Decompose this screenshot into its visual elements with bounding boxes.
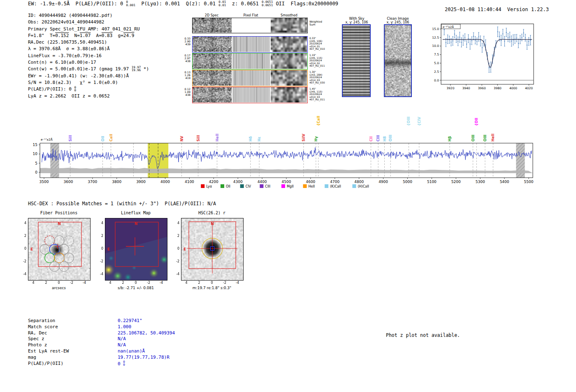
- tick-label: -2: [20, 260, 26, 263]
- emission-line-label: {CaII: [316, 116, 321, 126]
- info-line: S/N = 10.8(±2.3) χ² = 1.0(±0.0): [28, 79, 149, 86]
- legend-entry: MgII: [287, 185, 294, 188]
- detection-info-block: ID: 4090444982 (4090444982.pdf)Obs: 2022…: [28, 12, 149, 100]
- match-row-label: RA, Dec: [28, 330, 69, 336]
- fiber-id-labels: 0.33"(245, 106)20220624v014_01407_RU_010: [309, 37, 329, 51]
- info-line: LyA z = 2.2662 OII z = 0.0652: [28, 93, 149, 100]
- svg-text:4700: 4700: [330, 180, 339, 184]
- report-datetime: 2025-01-08 11:40:44: [445, 7, 501, 12]
- svg-text:5100: 5100: [427, 180, 437, 184]
- svg-text:4200: 4200: [209, 180, 218, 184]
- hsc-cutout-xlabel: m:19.7 re:1.8" s:0.3": [167, 286, 257, 290]
- hsc-cutout-canvas: [181, 218, 244, 281]
- lineflux-map-canvas: [105, 218, 167, 281]
- fiber-id-labels: 1.19"(245, 115)20220624v014_02407_RU_011: [309, 54, 329, 67]
- match-row-value: N/A: [118, 336, 175, 342]
- svg-text:5.0: 5.0: [434, 61, 439, 65]
- phot-z-note: Phot z plot not available.: [386, 332, 460, 338]
- svg-text:5000: 5000: [403, 180, 412, 184]
- tick-label: 2: [173, 234, 179, 238]
- svg-text:4000: 4000: [160, 180, 170, 184]
- legend-entry: CIV: [246, 185, 251, 188]
- emission-line-label: {OII: [474, 118, 478, 126]
- emission-line-label: OIII: [471, 135, 475, 141]
- emission-line-label: Hδ: [249, 136, 253, 141]
- match-row-value: 0 00: [118, 361, 175, 367]
- emission-line-label: CaII: [109, 134, 113, 141]
- tick-label: 4: [106, 281, 114, 285]
- match-row-value: 1.000: [118, 324, 175, 330]
- tick-label: 0: [20, 247, 26, 251]
- svg-text:0.0: 0.0: [434, 79, 439, 82]
- fiber-positions-title: Fiber Positions: [28, 211, 90, 215]
- spec2d-header-smoothed: Smoothed: [270, 14, 308, 17]
- tick-label: 2: [97, 234, 103, 238]
- match-row-label: Spec z: [28, 336, 69, 342]
- spec2d-fiber-row: [192, 53, 308, 70]
- legend-entry: (K)CaII: [330, 185, 341, 188]
- svg-text:3960: 3960: [478, 86, 486, 90]
- tick-label: 4: [20, 221, 26, 225]
- svg-text:e⁻¹⁷x2Å: e⁻¹⁷x2Å: [41, 138, 53, 141]
- fiber-id-labels: 1.30"(243, 284)20220624v014_03407_RU_030: [309, 71, 329, 84]
- match-table-labels: SeparationMatch scoreRA, DecSpec zPhoto …: [28, 318, 69, 366]
- emission-line-label: SiII: [196, 135, 200, 141]
- emission-line-label: OIII: [388, 135, 393, 141]
- info-line: Obs: 20220624v014_4090444982: [28, 19, 149, 26]
- emission-line-label: SiII: [68, 135, 72, 141]
- match-row-value: 225.106782, 50.409394: [118, 330, 175, 336]
- tick-label: -4: [97, 272, 103, 276]
- svg-text:5200: 5200: [451, 180, 461, 184]
- fiber-id-labels: 1.45"(245, 115)20220624v014_03407_RU_011: [309, 88, 329, 101]
- emission-line-label: CIII: [376, 135, 380, 141]
- svg-text:4100: 4100: [185, 180, 194, 184]
- tick-label: 0: [208, 281, 216, 285]
- hsc-cutout-panel: [181, 218, 244, 281]
- fiber-positions-canvas: [28, 218, 91, 281]
- header-timestamp-version: 2025-01-08 11:40:44 Version 1.22.3: [433, 1, 549, 18]
- info-line: ID: 4090444982 (4090444982.pdf): [28, 12, 149, 19]
- legend-entry: Lyα: [206, 185, 212, 188]
- svg-text:4000: 4000: [509, 86, 517, 90]
- tick-label: 0: [173, 247, 179, 251]
- legend-entry: (H)CaII: [358, 185, 369, 188]
- with-sky-canvas: [343, 25, 370, 96]
- tick-label: -4: [20, 272, 26, 276]
- info-line: Cont(n) = 6.10(±0.00)e-17: [28, 59, 149, 66]
- with-sky-coords: x, y: 245, 106: [337, 21, 376, 24]
- fiber-positions-panel: [28, 218, 91, 281]
- emission-line-label: NV: [180, 136, 184, 141]
- legend-entry: HeII: [309, 185, 315, 188]
- spec2d-fiber-row: [192, 36, 308, 53]
- match-row-label: Est LyA rest-EW: [28, 348, 69, 355]
- emission-line-label: Hε: [257, 137, 261, 141]
- legend-entry: OII: [226, 185, 230, 188]
- match-row-label: Photo z: [28, 342, 69, 348]
- tick-label: -2: [173, 260, 179, 263]
- tick-label: -4: [157, 281, 165, 285]
- emission-line-label: {CIV: [417, 117, 421, 126]
- tick-label: 4: [29, 281, 37, 285]
- line-fit-plot: 0.02.55.07.510.012.515.03920394039603980…: [428, 20, 539, 92]
- svg-text:4020: 4020: [525, 86, 533, 90]
- svg-text:3800: 3800: [112, 180, 121, 184]
- hsc-dex-match-line: HSC-DEX : Possible Matches = 1 (within +…: [28, 201, 216, 206]
- tick-label: 0: [97, 247, 103, 251]
- tick-label: 4: [97, 221, 103, 225]
- info-line: λ = 3970.68Å σ = 3.88(±0.86)Å: [28, 46, 149, 52]
- spec2d-weighted-row: [192, 18, 308, 33]
- fiber-weight-labels: 0.121.09438: [179, 88, 190, 97]
- match-row-label: Match score: [28, 324, 69, 330]
- tick-label: 4: [173, 221, 179, 225]
- match-row-label: P(LAE)/P(OII): [28, 361, 69, 367]
- svg-text:3980: 3980: [494, 86, 502, 90]
- svg-text:0: 0: [35, 170, 37, 174]
- match-row-value: 0.229741": [118, 318, 175, 324]
- svg-text:15.0: 15.0: [432, 27, 439, 31]
- tick-label: 4: [182, 281, 190, 285]
- svg-text:3500: 3500: [39, 180, 49, 184]
- match-row-value: 19.77(19.77,19.78)R: [118, 355, 175, 361]
- svg-text:4500: 4500: [282, 180, 291, 184]
- elixer-report-page: EW: -1.9±-0.5Å P(LAE)/P(OII): 0 00.001 P…: [0, 0, 576, 392]
- tick-label: -2: [221, 281, 229, 285]
